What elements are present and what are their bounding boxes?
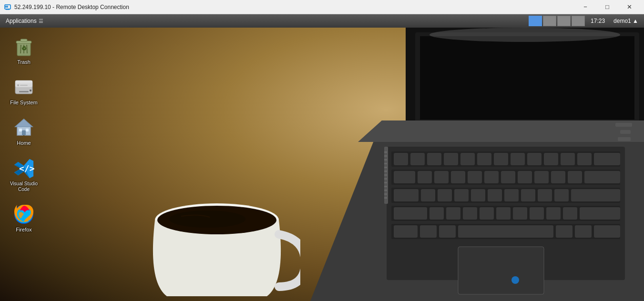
applications-menu[interactable]: Applications ☰ xyxy=(3,17,46,25)
applications-menu-icon: ☰ xyxy=(39,18,43,24)
trash-label: Trash xyxy=(17,59,31,65)
svg-rect-38 xyxy=(584,171,620,183)
workspace-2[interactable] xyxy=(543,16,556,26)
home-icon-item[interactable]: Home xyxy=(2,113,45,149)
window-controls: − □ ✕ xyxy=(574,0,640,14)
workspace-1[interactable] xyxy=(529,16,542,26)
svg-marker-106 xyxy=(15,119,32,127)
svg-rect-82 xyxy=(384,190,387,191)
filesystem-icon-image xyxy=(12,76,35,99)
home-label: Home xyxy=(17,140,31,146)
desktop: ♻ Trash File System xyxy=(0,28,644,301)
svg-rect-34 xyxy=(518,171,532,183)
svg-rect-40 xyxy=(421,189,435,201)
svg-point-90 xyxy=(169,211,245,228)
svg-text:♻: ♻ xyxy=(21,45,27,52)
svg-rect-17 xyxy=(444,153,458,165)
svg-rect-56 xyxy=(513,207,527,220)
svg-point-70 xyxy=(429,28,620,42)
vscode-icon-item[interactable]: </> Visual Studio Code xyxy=(2,154,45,195)
workspace-switcher xyxy=(529,16,585,26)
svg-rect-36 xyxy=(551,171,565,183)
filesystem-icon-item[interactable]: File System xyxy=(2,73,45,109)
home-icon-image xyxy=(12,116,35,139)
svg-rect-68 xyxy=(458,247,544,294)
svg-rect-66 xyxy=(575,225,592,238)
svg-rect-19 xyxy=(477,153,491,165)
svg-rect-16 xyxy=(427,153,441,165)
svg-rect-67 xyxy=(594,225,620,238)
svg-rect-104 xyxy=(20,85,28,86)
svg-rect-15 xyxy=(410,153,425,165)
svg-rect-54 xyxy=(480,207,494,220)
svg-rect-52 xyxy=(446,207,460,220)
svg-rect-20 xyxy=(494,153,508,165)
svg-rect-80 xyxy=(384,182,387,183)
svg-rect-102 xyxy=(30,90,31,91)
svg-rect-72 xyxy=(384,151,387,153)
svg-rect-33 xyxy=(501,171,515,183)
workspace-3[interactable] xyxy=(557,16,571,26)
svg-rect-18 xyxy=(460,153,475,165)
applications-label: Applications xyxy=(6,18,37,24)
svg-rect-26 xyxy=(594,153,620,165)
svg-rect-109 xyxy=(26,129,29,131)
svg-rect-78 xyxy=(384,174,387,176)
svg-rect-25 xyxy=(577,153,592,165)
maximize-button[interactable]: □ xyxy=(596,0,618,14)
trash-icon-image: ♻ xyxy=(12,35,35,58)
svg-rect-37 xyxy=(568,171,582,183)
minimize-button[interactable]: − xyxy=(574,0,596,14)
filesystem-label: File System xyxy=(10,100,37,106)
svg-rect-53 xyxy=(463,207,477,220)
svg-point-103 xyxy=(17,84,19,86)
svg-rect-50 xyxy=(394,207,427,220)
trash-icon-item[interactable]: ♻ Trash xyxy=(2,32,45,68)
laptop-image xyxy=(310,28,644,301)
desktop-icons-container: ♻ Trash File System xyxy=(0,28,48,301)
svg-rect-29 xyxy=(434,171,449,183)
svg-rect-2 xyxy=(5,6,8,8)
svg-rect-35 xyxy=(534,171,549,183)
clock: 17:23 xyxy=(587,18,609,24)
svg-rect-75 xyxy=(384,163,387,164)
vscode-label: Visual Studio Code xyxy=(6,181,41,192)
svg-rect-63 xyxy=(439,225,456,238)
svg-rect-76 xyxy=(384,167,387,168)
svg-rect-1 xyxy=(6,9,10,10)
coffee-cup xyxy=(133,196,300,301)
workspace-4[interactable] xyxy=(572,16,585,26)
svg-text:</>: </> xyxy=(19,163,35,173)
firefox-icon-item[interactable]: Firefox xyxy=(2,200,45,236)
svg-rect-43 xyxy=(471,189,485,201)
svg-rect-41 xyxy=(438,189,452,201)
svg-rect-62 xyxy=(420,225,437,238)
svg-rect-48 xyxy=(554,189,569,201)
svg-rect-100 xyxy=(15,80,32,83)
svg-rect-81 xyxy=(384,186,387,187)
close-button[interactable]: ✕ xyxy=(618,0,640,14)
svg-rect-42 xyxy=(454,189,469,201)
svg-rect-74 xyxy=(384,159,387,161)
svg-rect-60 xyxy=(580,207,620,220)
svg-rect-14 xyxy=(394,153,408,165)
svg-rect-51 xyxy=(429,207,444,220)
svg-rect-47 xyxy=(538,189,552,201)
svg-rect-22 xyxy=(527,153,542,165)
svg-rect-24 xyxy=(561,153,575,165)
svg-line-96 xyxy=(27,45,27,53)
firefox-label: Firefox xyxy=(16,227,32,233)
rdp-app-icon xyxy=(4,3,11,11)
svg-rect-83 xyxy=(384,193,387,195)
svg-rect-87 xyxy=(618,137,631,141)
svg-rect-46 xyxy=(521,189,535,201)
svg-rect-65 xyxy=(556,225,572,238)
svg-rect-84 xyxy=(384,197,387,199)
svg-rect-85 xyxy=(615,123,632,127)
svg-rect-86 xyxy=(620,130,631,134)
svg-rect-27 xyxy=(394,171,415,183)
svg-rect-30 xyxy=(451,171,465,183)
svg-rect-73 xyxy=(384,155,387,157)
title-bar: 52.249.199.10 - Remote Desktop Connectio… xyxy=(0,0,644,14)
user-indicator[interactable]: demo1 ▲ xyxy=(611,18,641,24)
